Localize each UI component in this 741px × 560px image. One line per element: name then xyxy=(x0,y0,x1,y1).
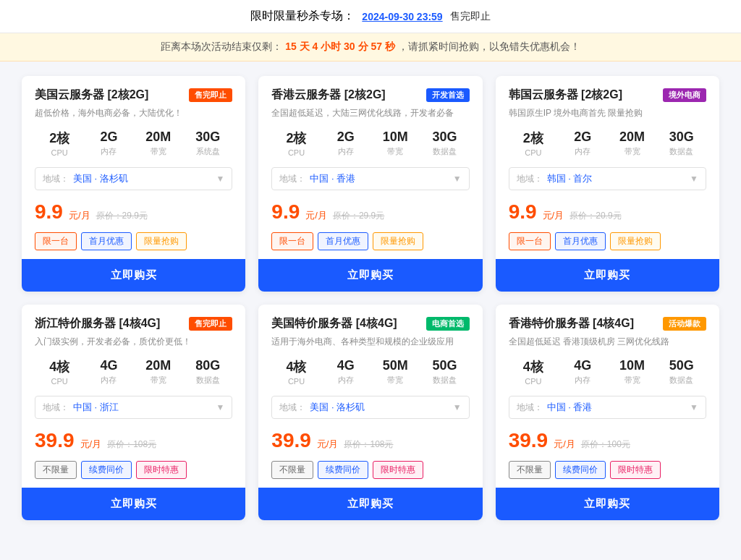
spec-value: 50G xyxy=(420,358,469,373)
tag-button[interactable]: 续费同价 xyxy=(81,461,132,479)
tags-row: 不限量 续费同价 限时特惠 xyxy=(509,461,706,479)
card-desc: 韩国原生IP 境外电商首先 限量抢购 xyxy=(509,107,706,119)
tags-row: 不限量 续费同价 限时特惠 xyxy=(271,461,469,479)
spec-label: CPU xyxy=(509,377,558,386)
card-title: 浙江特价服务器 [4核4G] xyxy=(35,316,160,331)
region-label: 地域： xyxy=(517,173,543,185)
buy-button[interactable]: 立即购买 xyxy=(258,488,482,520)
spec-item: 2G 内存 xyxy=(558,130,607,157)
card-body: 香港特价服务器 [4核4G] 活动爆款 全国超低延迟 香港顶级机房 三网优化线路… xyxy=(496,305,719,488)
spec-item: 2G 内存 xyxy=(321,130,370,157)
tag-button[interactable]: 续费同价 xyxy=(555,461,606,479)
card-header: 美国特价服务器 [4核4G] 电商首选 xyxy=(271,316,469,331)
region-row[interactable]: 地域： 美国 · 洛杉矶 ▼ xyxy=(271,396,469,419)
card-body: 韩国云服务器 [2核2G] 境外电商 韩国原生IP 境外电商首先 限量抢购 2核… xyxy=(496,76,719,259)
tag-button[interactable]: 首月优惠 xyxy=(81,232,132,250)
tag-button[interactable]: 限时特惠 xyxy=(610,461,661,479)
buy-button[interactable]: 立即购买 xyxy=(22,488,245,520)
specs-row: 4核 CPU 4G 内存 20M 带宽 80G 数据盘 xyxy=(35,358,232,386)
spec-label: 带宽 xyxy=(134,146,183,157)
tag-button[interactable]: 限量抢购 xyxy=(610,232,661,250)
price-row: 39.9 元/月 原价：108元 xyxy=(35,429,232,452)
card-body: 浙江特价服务器 [4核4G] 售完即止 入门级实例，开发者必备，质优价更低！ 4… xyxy=(22,305,245,488)
spec-value: 20M xyxy=(134,130,183,145)
region-value: 中国 · 香港 xyxy=(547,401,690,414)
tag-button[interactable]: 首月优惠 xyxy=(555,232,606,250)
spec-value: 10M xyxy=(370,130,420,145)
spec-label: 带宽 xyxy=(607,375,656,386)
spec-value: 2G xyxy=(84,130,133,145)
price-main: 39.9 xyxy=(35,429,75,452)
tag-button[interactable]: 限量抢购 xyxy=(373,232,423,250)
card-badge: 境外电商 xyxy=(663,88,706,102)
price-original: 原价：108元 xyxy=(344,438,393,451)
spec-value: 2核 xyxy=(271,130,321,147)
spec-item: 4G 内存 xyxy=(321,358,370,386)
spec-value: 30G xyxy=(183,130,232,145)
chevron-down-icon: ▼ xyxy=(690,402,698,412)
spec-item: 4核 CPU xyxy=(509,358,558,386)
spec-label: 系统盘 xyxy=(183,146,232,157)
spec-item: 10M 带宽 xyxy=(607,358,656,386)
spec-label: CPU xyxy=(509,148,558,157)
price-row: 39.9 元/月 原价：100元 xyxy=(509,429,706,452)
tag-button[interactable]: 限量抢购 xyxy=(136,232,187,250)
tag-button[interactable]: 首月优惠 xyxy=(318,232,368,250)
tag-button[interactable]: 续费同价 xyxy=(318,461,368,479)
tag-button[interactable]: 限一台 xyxy=(509,232,551,250)
chevron-down-icon: ▼ xyxy=(453,402,462,412)
card-title: 香港特价服务器 [4核4G] xyxy=(509,316,634,331)
buy-button[interactable]: 立即购买 xyxy=(258,259,482,292)
region-value: 韩国 · 首尔 xyxy=(547,172,690,185)
card-desc: 全国超低延迟 香港顶级机房 三网优化线路 xyxy=(509,336,706,348)
region-row[interactable]: 地域： 美国 · 洛杉矶 ▼ xyxy=(35,167,232,190)
buy-button[interactable]: 立即购买 xyxy=(22,259,245,292)
spec-item: 4G 内存 xyxy=(558,358,607,386)
buy-button[interactable]: 立即购买 xyxy=(496,259,719,292)
card-title: 美国特价服务器 [4核4G] xyxy=(271,316,397,331)
price-unit: 元/月 xyxy=(554,438,575,451)
region-row[interactable]: 地域： 中国 · 香港 ▼ xyxy=(271,167,469,190)
chevron-down-icon: ▼ xyxy=(690,174,698,184)
tag-button[interactable]: 限一台 xyxy=(271,232,313,250)
spec-value: 2核 xyxy=(509,130,558,147)
region-row[interactable]: 地域： 韩国 · 首尔 ▼ xyxy=(509,167,706,190)
spec-label: 内存 xyxy=(84,146,133,157)
tag-button[interactable]: 限一台 xyxy=(35,232,77,250)
card-header: 韩国云服务器 [2核2G] 境外电商 xyxy=(509,88,706,103)
price-row: 9.9 元/月 原价：29.9元 xyxy=(35,200,232,224)
spec-label: 内存 xyxy=(558,146,607,157)
card-desc: 全国超低延迟，大陆三网优化线路，开发者必备 xyxy=(271,107,469,119)
tags-row: 不限量 续费同价 限时特惠 xyxy=(35,461,232,479)
price-main: 9.9 xyxy=(35,200,63,224)
tag-button[interactable]: 不限量 xyxy=(35,461,77,479)
spec-label: 内存 xyxy=(558,375,607,386)
spec-label: 内存 xyxy=(321,146,370,157)
card-badge: 开发首选 xyxy=(426,88,470,102)
card-1: 香港云服务器 [2核2G] 开发首选 全国超低延迟，大陆三网优化线路，开发者必备… xyxy=(258,76,482,292)
specs-row: 4核 CPU 4G 内存 50M 带宽 50G 数据盘 xyxy=(271,358,469,386)
spec-item: 50G 数据盘 xyxy=(657,358,706,386)
spec-item: 2核 CPU xyxy=(271,130,321,157)
price-row: 39.9 元/月 原价：108元 xyxy=(271,429,469,452)
price-unit: 元/月 xyxy=(305,209,327,222)
countdown-bar: 距离本场次活动结束仅剩： 15 天 4 小时 30 分 57 秒 ，请抓紧时间抢… xyxy=(0,33,741,61)
card-title: 美国云服务器 [2核2G] xyxy=(35,88,148,103)
buy-button[interactable]: 立即购买 xyxy=(496,488,719,520)
tag-button[interactable]: 不限量 xyxy=(271,461,313,479)
spec-value: 20M xyxy=(134,358,183,373)
spec-value: 80G xyxy=(183,358,232,373)
spec-value: 30G xyxy=(657,130,706,145)
region-row[interactable]: 地域： 中国 · 香港 ▼ xyxy=(509,396,706,419)
tag-button[interactable]: 不限量 xyxy=(509,461,551,479)
card-desc: 入门级实例，开发者必备，质优价更低！ xyxy=(35,336,232,348)
tag-button[interactable]: 限时特惠 xyxy=(373,461,423,479)
spec-item: 2核 CPU xyxy=(509,130,558,157)
spec-label: 内存 xyxy=(84,375,133,386)
tag-button[interactable]: 限时特惠 xyxy=(136,461,187,479)
card-badge: 售完即止 xyxy=(189,317,232,331)
region-value: 中国 · 浙江 xyxy=(73,401,216,414)
region-row[interactable]: 地域： 中国 · 浙江 ▼ xyxy=(35,396,232,419)
banner-stop: 售完即止 xyxy=(450,10,491,23)
card-badge: 售完即止 xyxy=(189,88,232,102)
